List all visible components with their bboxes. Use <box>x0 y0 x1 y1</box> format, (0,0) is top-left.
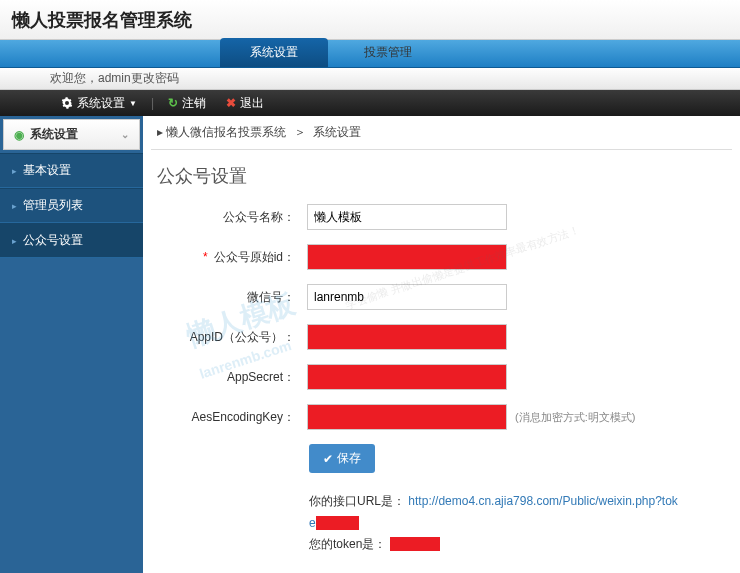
form: 公众号名称： *公众号原始id： 微信号： AppID（公众号）： AppSec… <box>143 204 740 556</box>
tab-vote-management[interactable]: 投票管理 <box>334 38 442 67</box>
row-wechat-id: 微信号： <box>157 284 726 310</box>
sidebar: ◉ 系统设置 ⌄ ▸ 基本设置 ▸ 管理员列表 ▸ 公众号设置 <box>0 116 143 573</box>
arrow-icon: ▸ <box>12 201 17 211</box>
row-appid: AppID（公众号）： <box>157 324 726 350</box>
divider: | <box>151 96 154 110</box>
sidebar-item-basic[interactable]: ▸ 基本设置 <box>0 153 143 188</box>
arrow-icon: ▸ <box>12 236 17 246</box>
url-label: 你的接口URL是： <box>309 494 405 508</box>
breadcrumb: ▸ 懒人微信报名投票系统 ＞ 系统设置 <box>143 116 740 149</box>
label-original-id: *公众号原始id： <box>157 249 307 266</box>
input-account-name[interactable] <box>307 204 507 230</box>
breadcrumb-root[interactable]: 懒人微信报名投票系统 <box>166 125 286 139</box>
input-wechat-id[interactable] <box>307 284 507 310</box>
hint-aeskey: (消息加密方式:明文模式) <box>515 410 635 425</box>
input-appsecret[interactable] <box>307 364 507 390</box>
chevron-down-icon: ▼ <box>129 99 137 108</box>
row-original-id: *公众号原始id： <box>157 244 726 270</box>
toolbar-exit[interactable]: ✖ 退出 <box>220 95 270 112</box>
label-appsecret: AppSecret： <box>157 369 307 386</box>
tab-system-settings[interactable]: 系统设置 <box>220 38 328 67</box>
row-account-name: 公众号名称： <box>157 204 726 230</box>
logout-icon: ↻ <box>168 96 178 110</box>
app-title: 懒人投票报名管理系统 <box>12 8 192 32</box>
toolbar-settings[interactable]: 系统设置 ▼ <box>55 95 143 112</box>
input-appid[interactable] <box>307 324 507 350</box>
row-appsecret: AppSecret： <box>157 364 726 390</box>
input-original-id[interactable] <box>307 244 507 270</box>
check-icon: ✔ <box>323 452 333 466</box>
exit-icon: ✖ <box>226 96 236 110</box>
token-label: 您的token是： <box>309 537 386 551</box>
welcome-bar: 欢迎您，admin更改密码 <box>0 68 740 90</box>
label-wechat-id: 微信号： <box>157 289 307 306</box>
page-title: 公众号设置 <box>143 164 740 204</box>
token-value <box>390 537 440 551</box>
label-account-name: 公众号名称： <box>157 209 307 226</box>
save-button[interactable]: ✔ 保存 <box>309 444 375 473</box>
welcome-text: 欢迎您，admin更改密码 <box>50 70 179 87</box>
toolbar: 系统设置 ▼ | ↻ 注销 ✖ 退出 <box>0 90 740 116</box>
sidebar-item-admin-list[interactable]: ▸ 管理员列表 <box>0 188 143 223</box>
input-aeskey[interactable] <box>307 404 507 430</box>
toolbar-logout[interactable]: ↻ 注销 <box>162 95 212 112</box>
required-icon: * <box>203 250 208 264</box>
chevron-down-icon: ⌄ <box>121 129 129 140</box>
arrow-icon: ▸ <box>12 166 17 176</box>
row-aeskey: AesEncodingKey： (消息加密方式:明文模式) <box>157 404 726 430</box>
sidebar-header[interactable]: ◉ 系统设置 ⌄ <box>3 119 140 150</box>
sidebar-item-wechat-settings[interactable]: ▸ 公众号设置 <box>0 223 143 258</box>
label-aeskey: AesEncodingKey： <box>157 409 307 426</box>
breadcrumb-current: 系统设置 <box>313 125 361 139</box>
check-icon: ◉ <box>14 128 24 142</box>
gear-icon <box>61 97 73 109</box>
nav-tabs: 系统设置 投票管理 <box>0 40 740 68</box>
content-area: ▸ 懒人微信报名投票系统 ＞ 系统设置 公众号设置 公众号名称： *公众号原始i… <box>143 116 740 573</box>
label-appid: AppID（公众号）： <box>157 329 307 346</box>
app-header: 懒人投票报名管理系统 <box>0 0 740 40</box>
info-area: 你的接口URL是： http://demo4.cn.ajia798.com/Pu… <box>309 491 726 556</box>
